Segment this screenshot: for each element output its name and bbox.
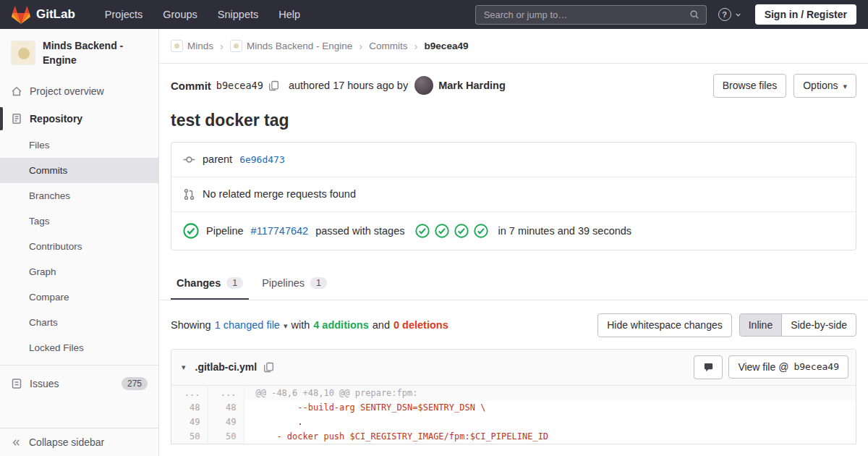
sidebar-item-compare[interactable]: Compare: [0, 284, 158, 310]
sidebar-item-contributors[interactable]: Contributors: [0, 234, 158, 259]
pipeline-status-text: passed with stages: [315, 225, 404, 237]
tab-changes[interactable]: Changes 1: [171, 268, 249, 300]
pipeline-stage-icons: [415, 224, 488, 238]
breadcrumb-group-label: Minds: [187, 41, 213, 51]
sidebar-item-graph[interactable]: Graph: [0, 259, 158, 284]
breadcrumb-separator-icon: [359, 40, 362, 52]
question-icon: [718, 8, 731, 21]
parent-sha-link[interactable]: 6e96d473: [239, 154, 285, 165]
browse-files-button[interactable]: Browse files: [713, 74, 786, 98]
with-label: with: [291, 319, 310, 331]
commit-tabs: Changes 1 Pipelines 1: [159, 268, 868, 300]
author-avatar[interactable]: [414, 76, 433, 95]
code-line: .: [244, 415, 856, 429]
breadcrumb-project-label: Minds Backend - Engine: [247, 41, 352, 51]
stage-passed-icon[interactable]: [454, 224, 469, 238]
breadcrumb-project[interactable]: Minds Backend - Engine: [230, 40, 352, 52]
caret-down-icon: [284, 319, 288, 331]
sidebar-item-repository[interactable]: Repository: [0, 105, 158, 132]
diff-file-name: .gitlab-ci.yml: [195, 361, 258, 373]
copy-sha-icon[interactable]: [268, 80, 279, 91]
diff-file-box: .gitlab-ci.yml View file @ b9ecea49: [171, 349, 856, 444]
options-dropdown-button[interactable]: Options: [793, 74, 856, 98]
sign-in-button[interactable]: Sign in / Register: [755, 4, 856, 25]
diff-view-toggle: Inline Side-by-side: [739, 313, 856, 337]
commit-sha: b9ecea49: [216, 80, 263, 91]
sidebar-item-commits[interactable]: Commits: [0, 158, 158, 183]
old-line-number[interactable]: 50: [171, 429, 208, 444]
global-search: [475, 5, 707, 25]
sidebar-item-tags[interactable]: Tags: [0, 208, 158, 234]
top-navbar: GitLab Projects Groups Snippets Help Sig…: [0, 0, 868, 29]
new-line-number[interactable]: ...: [208, 386, 244, 400]
sidebar-item-issues[interactable]: Issues 275: [0, 369, 158, 398]
sidebar-item-locked-files[interactable]: Locked Files: [0, 335, 158, 360]
collapse-sidebar-button[interactable]: Collapse sidebar: [0, 428, 158, 456]
view-file-button[interactable]: View file @ b9ecea49: [728, 355, 848, 379]
pipeline-id-link[interactable]: #117747642: [251, 225, 309, 237]
collapse-diff-icon[interactable]: [179, 363, 189, 372]
new-line-number[interactable]: 50: [208, 429, 244, 444]
parent-row: parent 6e96d473: [171, 143, 856, 177]
old-line-number[interactable]: ...: [171, 386, 208, 400]
chevron-down-icon: [734, 11, 742, 19]
comment-button[interactable]: [694, 355, 723, 379]
pipeline-passed-icon: [183, 223, 199, 239]
diff-table: ... ... @@ -48,6 +48,10 @@ prepare:fpm: …: [171, 386, 856, 444]
copy-file-path-icon[interactable]: [263, 362, 274, 373]
merge-request-icon: [183, 188, 195, 200]
project-sidebar: Minds Backend - Engine Project overview …: [0, 29, 159, 456]
diff-file-header: .gitlab-ci.yml View file @ b9ecea49: [171, 350, 856, 386]
parent-label: parent: [203, 153, 232, 165]
nav-projects[interactable]: Projects: [97, 4, 150, 25]
changed-files-label: 1 changed file: [215, 319, 280, 331]
sidebar-item-project-overview[interactable]: Project overview: [0, 77, 158, 105]
showing-label: Showing: [171, 319, 211, 331]
nav-groups[interactable]: Groups: [155, 4, 205, 25]
breadcrumb-commits[interactable]: Commits: [369, 41, 407, 51]
active-section-indicator: [0, 107, 3, 130]
sidebar-item-label: Repository: [30, 113, 82, 124]
deletions-count: 0 deletions: [393, 319, 448, 331]
side-by-side-view-button[interactable]: Side-by-side: [781, 313, 856, 337]
diff-summary-row: Showing 1 changed file with 4 additions …: [171, 313, 856, 337]
new-line-number[interactable]: 48: [208, 400, 244, 415]
stage-passed-icon[interactable]: [415, 224, 430, 238]
gitlab-tanuki-icon: [12, 6, 30, 24]
diff-line-50: 50 50 - docker push $CI_REGISTRY_IMAGE/f…: [171, 429, 856, 444]
changed-files-dropdown[interactable]: 1 changed file: [215, 319, 288, 331]
breadcrumb-separator-icon: [414, 40, 418, 52]
home-icon: [11, 85, 22, 97]
nav-help[interactable]: Help: [271, 4, 308, 25]
commit-info-box: parent 6e96d473 No related merge request…: [171, 142, 856, 250]
nav-snippets[interactable]: Snippets: [210, 4, 266, 25]
pipelines-count-badge: 1: [310, 277, 327, 289]
project-avatar-small: [230, 40, 242, 52]
breadcrumb-group[interactable]: Minds: [171, 40, 213, 52]
sidebar-project-header[interactable]: Minds Backend - Engine: [0, 29, 158, 77]
author-name-link[interactable]: Mark Harding: [438, 80, 506, 91]
search-input[interactable]: [482, 9, 689, 21]
sidebar-item-branches[interactable]: Branches: [0, 183, 158, 208]
stage-passed-icon[interactable]: [474, 224, 488, 238]
sidebar-item-files[interactable]: Files: [0, 132, 158, 158]
search-icon: [689, 9, 699, 20]
old-line-number[interactable]: 49: [171, 415, 208, 429]
pipeline-label: Pipeline: [206, 225, 244, 237]
hide-whitespace-button[interactable]: Hide whitespace changes: [597, 313, 732, 337]
diff-line-48: 48 48 --build-arg SENTRY_DSN=$SENTRY_DSN…: [171, 400, 856, 415]
old-line-number[interactable]: 48: [171, 400, 208, 415]
and-label: and: [373, 319, 390, 331]
gitlab-home-link[interactable]: GitLab: [12, 6, 75, 24]
new-line-number[interactable]: 49: [208, 415, 244, 429]
stage-passed-icon[interactable]: [435, 224, 449, 238]
help-dropdown[interactable]: [718, 8, 742, 21]
collapse-label: Collapse sidebar: [29, 436, 104, 448]
inline-view-button[interactable]: Inline: [739, 313, 782, 337]
merge-requests-text: No related merge requests found: [203, 188, 356, 200]
diff-line-49: 49 49 .: [171, 415, 856, 429]
project-avatar: [11, 41, 35, 65]
tab-pipelines[interactable]: Pipelines 1: [256, 268, 333, 300]
issues-count-badge: 275: [122, 377, 148, 390]
sidebar-item-charts[interactable]: Charts: [0, 310, 158, 335]
